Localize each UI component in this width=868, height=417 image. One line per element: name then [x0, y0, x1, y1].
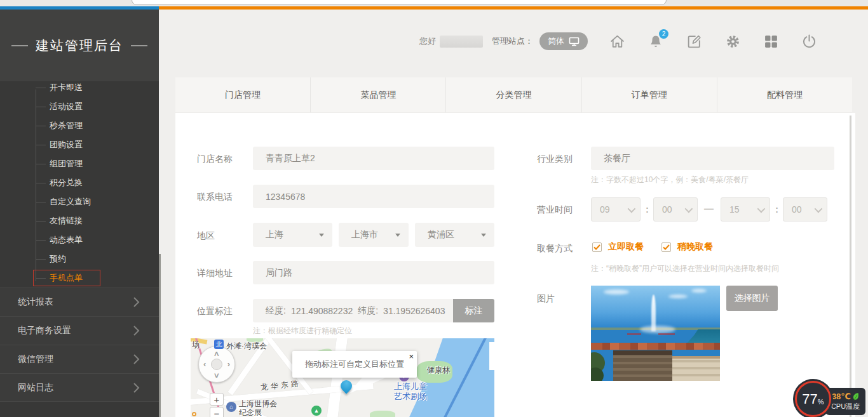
hours-label: 营业时间: [537, 204, 573, 216]
app-title: 建站管理后台: [36, 37, 123, 55]
store-name-input[interactable]: 青青原上草2: [253, 147, 494, 170]
apps-button[interactable]: [764, 34, 778, 49]
cpu-temp-value: 38℃: [832, 392, 851, 401]
map-label-bund: 外滩·湾璞会: [226, 341, 267, 352]
sidebar-item-booking[interactable]: 预约: [0, 249, 159, 268]
notification-badge: 2: [659, 29, 668, 39]
sidebar-section-ecommerce[interactable]: 电子商务设置: [0, 316, 159, 345]
close-hour-select[interactable]: 15: [721, 197, 770, 222]
chevron-right-icon: [133, 297, 140, 307]
cpu-usage-percent-sign: %: [818, 398, 824, 406]
region-label: 地区: [197, 230, 215, 242]
browser-chrome: [0, 0, 868, 6]
pan-left-icon[interactable]: ‹: [203, 360, 206, 368]
tab-store-management[interactable]: 门店管理: [175, 77, 311, 112]
marker-tooltip: 拖动标注可自定义目标位置 ×: [292, 351, 417, 378]
tab-dish-management[interactable]: 菜品管理: [311, 77, 446, 112]
north-badge: 北: [214, 340, 224, 349]
sidebar-item-mobile-order[interactable]: 手机点单: [0, 268, 159, 288]
home-button[interactable]: [609, 34, 625, 50]
lng-value: 121.490882232: [291, 306, 353, 316]
pan-up-icon[interactable]: ˄: [214, 350, 219, 358]
zoom-in-button[interactable]: +: [210, 393, 224, 406]
pan-down-icon[interactable]: ˅: [214, 371, 219, 380]
sidebar-submenu: 开卡即送 活动设置 秒杀管理 团购设置 组团管理 积分兑换 自定义查询 友情链接…: [0, 78, 159, 288]
address-input[interactable]: 局门路: [253, 261, 494, 284]
top-header: 您好 管理站点： 简体 2: [419, 29, 817, 54]
store-photo-preview: [591, 286, 720, 381]
sidebar-item-flashsale[interactable]: 秒杀管理: [0, 116, 159, 135]
edit-button[interactable]: [686, 34, 702, 50]
cpu-usage-percent: 77: [802, 391, 817, 407]
zoom-out-button[interactable]: −: [210, 407, 224, 417]
tooltip-close-icon[interactable]: ×: [409, 352, 414, 361]
park-poi-icon: ▲: [311, 406, 322, 416]
immediate-pickup-label[interactable]: 立即取餐: [608, 241, 644, 253]
sidebar-section-stats[interactable]: 统计报表: [0, 288, 159, 316]
pan-center-knob[interactable]: [211, 359, 222, 370]
open-minute-select[interactable]: 00: [653, 197, 698, 222]
sidebar-item-dynamic-form[interactable]: 动态表单: [0, 230, 159, 249]
coordinates-box[interactable]: 经度: 121.490882232 纬度: 31.1952626403: [253, 299, 453, 322]
topbar-orange: [159, 6, 868, 10]
tooltip-text: 拖动标注可自定义目标位置: [292, 351, 417, 378]
chevron-right-icon: [133, 354, 140, 364]
open-hour-select[interactable]: 09: [591, 197, 641, 222]
district-select[interactable]: 黄浦区: [415, 223, 494, 247]
lat-label: 纬度:: [358, 305, 378, 317]
settings-button[interactable]: [725, 34, 741, 50]
sidebar-item-teambuy[interactable]: 组团管理: [0, 154, 159, 173]
city-select[interactable]: 上海市: [339, 223, 409, 247]
logout-button[interactable]: [801, 34, 817, 50]
language-switch-button[interactable]: 简体: [539, 32, 588, 50]
pickup-label: 取餐方式: [537, 243, 573, 255]
dropdown-caret-icon: [481, 234, 486, 237]
map-type-satellite-button[interactable]: 卫星: [489, 342, 494, 370]
sidebar-item-groupbuy[interactable]: 团购设置: [0, 135, 159, 154]
choose-image-button[interactable]: 选择图片: [726, 286, 778, 311]
cpu-temp-widget[interactable]: 38℃ CPU温度: [825, 388, 865, 415]
title-dash-right: [131, 45, 147, 46]
mark-location-button[interactable]: 标注: [453, 299, 494, 322]
leaf-icon: [852, 392, 859, 400]
sidebar-item-links[interactable]: 友情链接: [0, 211, 159, 230]
time-dash: —: [704, 203, 714, 214]
checkbox-later-pickup[interactable]: [661, 242, 671, 252]
tab-ingredient-management[interactable]: 配料管理: [717, 77, 852, 112]
sidebar-item-points[interactable]: 积分兑换: [0, 173, 159, 192]
province-select[interactable]: 上海: [253, 223, 332, 247]
dropdown-caret-icon: [319, 234, 324, 237]
checkbox-immediate-pickup[interactable]: [592, 242, 602, 252]
location-label: 位置标注: [197, 306, 233, 317]
cpu-usage-circle[interactable]: 77 %: [795, 381, 831, 417]
time-colon: :: [775, 204, 778, 215]
sidebar-scrollbar[interactable]: [159, 254, 161, 417]
check-icon: [663, 244, 670, 250]
tab-category-management[interactable]: 分类管理: [446, 77, 581, 112]
notifications-button[interactable]: 2: [648, 34, 663, 50]
check-icon: [593, 244, 600, 250]
address-bar[interactable]: [132, 0, 667, 5]
tab-order-management[interactable]: 订单管理: [582, 77, 717, 112]
industry-label: 行业类别: [537, 154, 573, 165]
power-icon: [801, 34, 817, 50]
museum-poi-icon: ⌂: [226, 402, 236, 412]
lat-value: 31.1952626403: [383, 306, 445, 316]
industry-input[interactable]: 茶餐厅: [591, 147, 834, 170]
sidebar-section-logs[interactable]: 网站日志: [0, 373, 159, 402]
map-label-plaza: 场: [192, 340, 200, 350]
map-pan-control[interactable]: ˄ ˅ ‹ ›: [198, 346, 235, 383]
chevron-down-icon: [685, 204, 693, 213]
later-pickup-label[interactable]: 稍晚取餐: [677, 241, 713, 253]
pan-right-icon[interactable]: ›: [227, 360, 230, 368]
phone-input[interactable]: 12345678: [253, 185, 494, 208]
title-dash-left: [11, 45, 28, 46]
module-tabbar: 门店管理 菜品管理 分类管理 订单管理 配料管理: [175, 77, 852, 113]
location-map[interactable]: 场 外滩·湾璞会 龙华东路 健康林 上海儿童艺术剧场 上海世博会纪念展 ♪ ▲ …: [191, 338, 494, 417]
sidebar-item-activity[interactable]: 活动设置: [0, 97, 159, 116]
sidebar-section-wechat[interactable]: 微信管理: [0, 345, 159, 373]
panel-scrollbar[interactable]: [850, 116, 851, 417]
close-minute-select[interactable]: 00: [783, 197, 827, 222]
sidebar-item-custom-query[interactable]: 自定义查询: [0, 192, 159, 211]
grid-icon: [764, 34, 778, 49]
